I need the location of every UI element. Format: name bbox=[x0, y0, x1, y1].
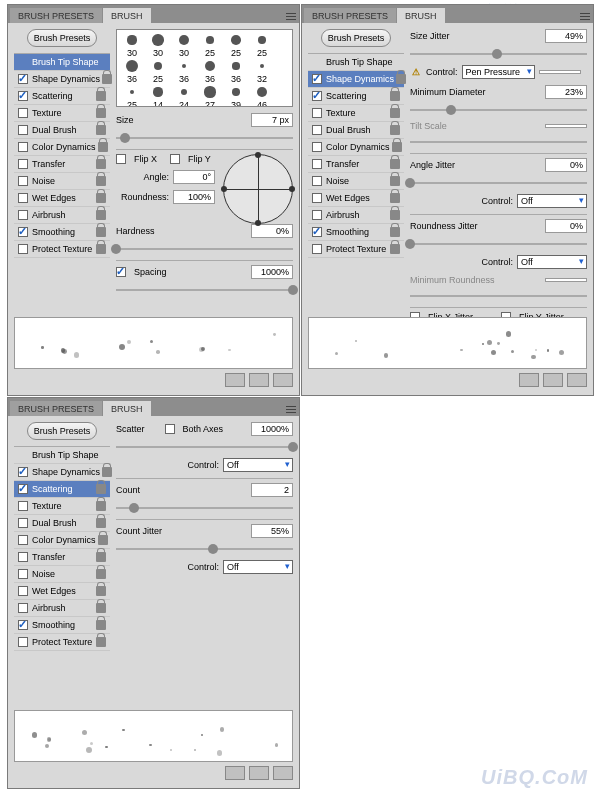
new-brush-button[interactable] bbox=[249, 766, 269, 780]
lock-icon[interactable] bbox=[390, 108, 400, 118]
count-field[interactable]: 2 bbox=[251, 483, 293, 497]
lock-icon[interactable] bbox=[390, 159, 400, 169]
lock-icon[interactable] bbox=[102, 74, 112, 84]
sidebar-item-shape-dynamics[interactable]: Shape Dynamics bbox=[14, 71, 110, 88]
lock-icon[interactable] bbox=[96, 159, 106, 169]
sidebar-checkbox[interactable] bbox=[312, 193, 322, 203]
brush-swatch[interactable]: 32 bbox=[249, 58, 275, 84]
sidebar-item-dual-brush[interactable]: Dual Brush bbox=[14, 122, 110, 139]
brush-swatch[interactable]: 25 bbox=[119, 84, 145, 107]
control-dropdown[interactable]: Off bbox=[517, 255, 587, 269]
sidebar-item-wet-edges[interactable]: Wet Edges bbox=[14, 583, 110, 600]
sidebar-item-protect-texture[interactable]: Protect Texture bbox=[14, 241, 110, 258]
lock-icon[interactable] bbox=[390, 193, 400, 203]
brush-swatch[interactable]: 24 bbox=[171, 84, 197, 107]
lock-icon[interactable] bbox=[96, 244, 106, 254]
tab-brush[interactable]: BRUSH bbox=[397, 8, 445, 23]
tab-brush-presets[interactable]: BRUSH PRESETS bbox=[10, 8, 102, 23]
roundness-field[interactable]: 100% bbox=[173, 190, 215, 204]
hardness-field[interactable]: 0% bbox=[251, 224, 293, 238]
lock-icon[interactable] bbox=[392, 142, 402, 152]
sidebar-checkbox[interactable] bbox=[18, 620, 28, 630]
spacing-field[interactable]: 1000% bbox=[251, 265, 293, 279]
sidebar-checkbox[interactable] bbox=[18, 535, 28, 545]
lock-icon[interactable] bbox=[390, 210, 400, 220]
angle-jitter-field[interactable]: 0% bbox=[545, 158, 587, 172]
sidebar-item-shape-dynamics[interactable]: Shape Dynamics bbox=[308, 71, 404, 88]
sidebar-item-color-dynamics[interactable]: Color Dynamics bbox=[14, 532, 110, 549]
sidebar-item-transfer[interactable]: Transfer bbox=[14, 156, 110, 173]
min-diameter-slider[interactable] bbox=[410, 105, 587, 115]
brush-swatch[interactable]: 36 bbox=[171, 58, 197, 84]
control-dropdown[interactable]: Off bbox=[223, 458, 293, 472]
lock-icon[interactable] bbox=[390, 91, 400, 101]
sidebar-checkbox[interactable] bbox=[18, 227, 28, 237]
sidebar-item-texture[interactable]: Texture bbox=[14, 498, 110, 515]
sidebar-checkbox[interactable] bbox=[18, 518, 28, 528]
brush-swatch[interactable]: 36 bbox=[197, 58, 223, 84]
brush-swatch[interactable]: 14 bbox=[145, 84, 171, 107]
sidebar-item-airbrush[interactable]: Airbrush bbox=[14, 600, 110, 617]
sidebar-checkbox[interactable] bbox=[18, 637, 28, 647]
sidebar-item-wet-edges[interactable]: Wet Edges bbox=[14, 190, 110, 207]
sidebar-checkbox[interactable] bbox=[312, 91, 322, 101]
sidebar-item-noise[interactable]: Noise bbox=[308, 173, 404, 190]
lock-icon[interactable] bbox=[96, 125, 106, 135]
count-jitter-field[interactable]: 55% bbox=[251, 524, 293, 538]
sidebar-checkbox[interactable] bbox=[18, 193, 28, 203]
sidebar-checkbox[interactable] bbox=[18, 569, 28, 579]
control-value-field[interactable] bbox=[539, 70, 581, 74]
sidebar-checkbox[interactable] bbox=[18, 108, 28, 118]
lock-icon[interactable] bbox=[96, 501, 106, 511]
sidebar-checkbox[interactable] bbox=[312, 244, 322, 254]
sidebar-item-color-dynamics[interactable]: Color Dynamics bbox=[308, 139, 404, 156]
sidebar-checkbox[interactable] bbox=[312, 142, 322, 152]
lock-icon[interactable] bbox=[96, 518, 106, 528]
sidebar-item-shape-dynamics[interactable]: Shape Dynamics bbox=[14, 464, 110, 481]
lock-icon[interactable] bbox=[96, 193, 106, 203]
new-brush-button[interactable] bbox=[249, 373, 269, 387]
angle-jitter-slider[interactable] bbox=[410, 178, 587, 188]
both-axes-checkbox[interactable] bbox=[165, 424, 175, 434]
sidebar-item-dual-brush[interactable]: Dual Brush bbox=[308, 122, 404, 139]
sidebar-item-scattering[interactable]: Scattering bbox=[14, 88, 110, 105]
sidebar-item-smoothing[interactable]: Smoothing bbox=[14, 224, 110, 241]
panel-menu-icon[interactable] bbox=[283, 402, 299, 416]
lock-icon[interactable] bbox=[96, 210, 106, 220]
sidebar-item-scattering[interactable]: Scattering bbox=[14, 481, 110, 498]
flipx-checkbox[interactable] bbox=[116, 154, 126, 164]
roundness-jitter-field[interactable]: 0% bbox=[545, 219, 587, 233]
sidebar-checkbox[interactable] bbox=[18, 484, 28, 494]
preview-toggle-button[interactable] bbox=[225, 373, 245, 387]
sidebar-item-scattering[interactable]: Scattering bbox=[308, 88, 404, 105]
sidebar-checkbox[interactable] bbox=[18, 74, 28, 84]
sidebar-item-airbrush[interactable]: Airbrush bbox=[14, 207, 110, 224]
sidebar-item-color-dynamics[interactable]: Color Dynamics bbox=[14, 139, 110, 156]
count-slider[interactable] bbox=[116, 503, 293, 513]
tab-brush-presets[interactable]: BRUSH PRESETS bbox=[304, 8, 396, 23]
lock-icon[interactable] bbox=[96, 569, 106, 579]
brush-swatch[interactable]: 27 bbox=[197, 84, 223, 107]
size-field[interactable]: 7 px bbox=[251, 113, 293, 127]
sidebar-checkbox[interactable] bbox=[312, 159, 322, 169]
brush-swatch[interactable]: 30 bbox=[171, 32, 197, 58]
sidebar-item-brush-tip-shape[interactable]: Brush Tip Shape bbox=[14, 54, 110, 71]
lock-icon[interactable] bbox=[396, 74, 406, 84]
sidebar-item-transfer[interactable]: Transfer bbox=[14, 549, 110, 566]
lock-icon[interactable] bbox=[96, 91, 106, 101]
lock-icon[interactable] bbox=[96, 484, 106, 494]
sidebar-checkbox[interactable] bbox=[18, 91, 28, 101]
lock-icon[interactable] bbox=[390, 125, 400, 135]
lock-icon[interactable] bbox=[96, 227, 106, 237]
sidebar-item-texture[interactable]: Texture bbox=[308, 105, 404, 122]
hardness-slider[interactable] bbox=[116, 244, 293, 254]
sidebar-checkbox[interactable] bbox=[312, 125, 322, 135]
panel-menu-icon[interactable] bbox=[283, 9, 299, 23]
sidebar-item-noise[interactable]: Noise bbox=[14, 173, 110, 190]
brush-presets-button[interactable]: Brush Presets bbox=[321, 29, 392, 47]
sidebar-checkbox[interactable] bbox=[312, 176, 322, 186]
brush-swatch[interactable]: 30 bbox=[119, 32, 145, 58]
brush-swatch[interactable]: 25 bbox=[145, 58, 171, 84]
sidebar-checkbox[interactable] bbox=[312, 108, 322, 118]
sidebar-item-smoothing[interactable]: Smoothing bbox=[308, 224, 404, 241]
